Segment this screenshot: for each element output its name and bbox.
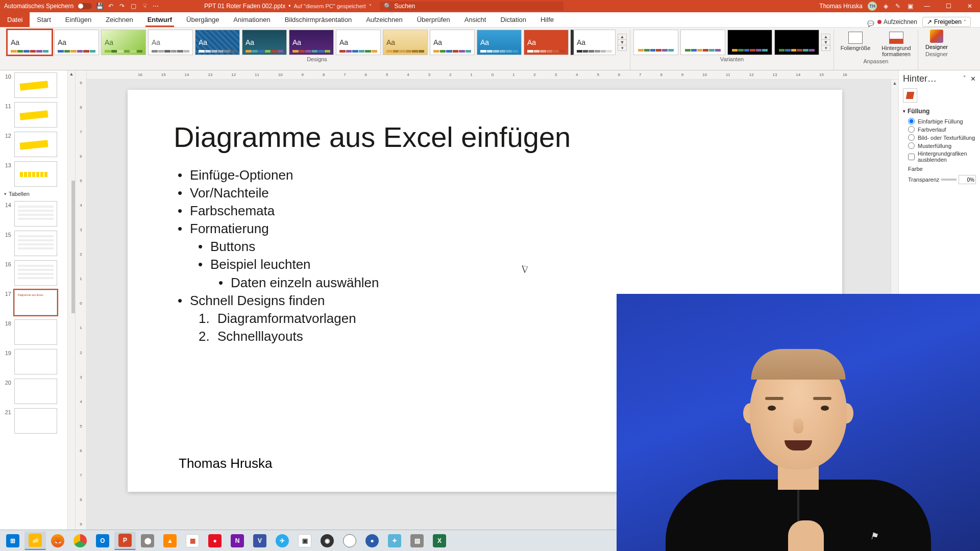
app-button[interactable]: ▦ xyxy=(182,532,203,550)
app-button[interactable]: ● xyxy=(361,532,383,550)
designer-button[interactable]: Designer xyxy=(921,30,952,50)
slide-thumbnail-20[interactable]: 20 xyxy=(0,377,67,406)
firefox-button[interactable]: 🦊 xyxy=(47,532,68,550)
from-beginning-icon[interactable]: ▢ xyxy=(130,3,137,10)
slide-thumbnail-13[interactable]: 13 xyxy=(0,159,67,189)
slide-thumbnail-11[interactable]: 11 xyxy=(0,100,67,130)
theme-thumb[interactable]: Aa xyxy=(7,30,52,55)
tab-ansicht[interactable]: Ansicht xyxy=(457,12,494,27)
radio-pattern[interactable] xyxy=(908,142,915,149)
radio-solid[interactable] xyxy=(908,118,915,124)
checkbox-hide-bg[interactable] xyxy=(908,154,915,160)
visio-button[interactable]: V xyxy=(249,532,271,550)
scrollbar-thumb[interactable] xyxy=(71,181,76,313)
telegram-button[interactable]: ✈ xyxy=(272,532,293,550)
tab-hilfe[interactable]: Hilfe xyxy=(533,12,561,27)
theme-thumb[interactable]: Aa xyxy=(477,30,522,55)
hide-bg-graphics-option[interactable]: Hintergrundgrafiken ausblenden xyxy=(908,151,976,163)
outlook-button[interactable]: O xyxy=(92,532,113,550)
slide-panel-scrollbar[interactable]: ▲ ▼ xyxy=(67,70,75,537)
save-icon[interactable]: 💾 xyxy=(96,3,103,10)
slide-title[interactable]: Diagramme aus Excel einfügen xyxy=(174,120,571,154)
tab-animationen[interactable]: Animationen xyxy=(226,12,277,27)
redo-icon[interactable]: ↷ xyxy=(118,3,126,10)
powerpoint-button[interactable]: P xyxy=(114,532,136,550)
theme-thumb[interactable]: Aa xyxy=(571,30,616,55)
diamond-icon[interactable]: ◈ xyxy=(882,3,889,10)
touch-mode-icon[interactable]: ☟ xyxy=(141,3,148,10)
slide-size-button[interactable]: Foliengröße xyxy=(837,32,874,51)
transparency-slider[interactable] xyxy=(941,179,957,181)
obs-button[interactable]: ◉ xyxy=(316,532,338,550)
numbered-item[interactable]: Diagramformatvorlagen xyxy=(213,310,379,328)
radio-picture[interactable] xyxy=(908,134,915,141)
tab-entwurf[interactable]: Entwurf xyxy=(140,12,179,27)
share-button[interactable]: ↗Freigeben˅ xyxy=(922,17,971,27)
tab-bildschirmpräsentation[interactable]: Bildschirmpräsentation xyxy=(278,12,359,27)
variant-thumb[interactable] xyxy=(774,30,819,55)
tab-aufzeichnen[interactable]: Aufzeichnen xyxy=(359,12,410,27)
pen-icon[interactable]: ✎ xyxy=(894,3,901,10)
bullet-item[interactable]: Formatierung xyxy=(174,220,379,238)
bullet-item[interactable]: Buttons xyxy=(174,238,379,256)
search-box[interactable]: 🔍 Suchen xyxy=(380,2,564,11)
variant-thumb[interactable] xyxy=(680,30,725,55)
bullet-item[interactable]: Schnell Designs finden xyxy=(174,292,379,310)
theme-thumb[interactable]: Aa xyxy=(54,30,99,55)
gallery-up-icon[interactable]: ▲ xyxy=(618,34,626,40)
variant-thumb[interactable] xyxy=(727,30,772,55)
app-button[interactable]: ● xyxy=(204,532,226,550)
theme-thumb[interactable]: Aa xyxy=(383,30,428,55)
start-button[interactable]: ⊞ xyxy=(2,532,23,550)
user-avatar[interactable]: TH xyxy=(868,2,877,11)
tab-dictation[interactable]: Dictation xyxy=(493,12,533,27)
gradient-fill-option[interactable]: Farbverlauf xyxy=(908,126,976,133)
chrome-button[interactable] xyxy=(69,532,91,550)
fill-section-header[interactable]: Füllung xyxy=(903,108,976,115)
slide-body[interactable]: Einfüge-Optionen Vor/Nachteile Farbschem… xyxy=(174,166,379,345)
gallery-down-icon[interactable]: ▼ xyxy=(618,40,626,45)
bullet-item[interactable]: Einfüge-Optionen xyxy=(174,166,379,184)
theme-thumb[interactable]: Aa xyxy=(101,30,146,55)
tab-übergänge[interactable]: Übergänge xyxy=(179,12,226,27)
format-background-button[interactable]: Hintergrund formatieren xyxy=(878,32,915,57)
pane-options-icon[interactable]: ˅ xyxy=(963,75,966,83)
slide-thumbnail-14[interactable]: 14 xyxy=(0,199,67,229)
pane-close-icon[interactable]: ✕ xyxy=(970,75,976,83)
tab-zeichnen[interactable]: Zeichnen xyxy=(99,12,140,27)
slide-thumbnail-15[interactable]: 15 xyxy=(0,229,67,258)
file-explorer-button[interactable]: 📁 xyxy=(24,532,46,550)
radio-gradient[interactable] xyxy=(908,126,915,133)
gallery-down-icon[interactable]: ▼ xyxy=(822,40,830,45)
theme-thumb[interactable]: Aa xyxy=(336,30,381,55)
record-button[interactable]: Aufzeichnen xyxy=(877,18,917,26)
slide-thumbnail-21[interactable]: 21 xyxy=(0,406,67,436)
document-title[interactable]: PPT 01 Roter Faden 002.pptx • Auf "diese… xyxy=(204,3,372,10)
scroll-up-icon[interactable]: ▲ xyxy=(68,70,75,78)
close-button[interactable]: ✕ xyxy=(962,0,978,12)
app-button[interactable]: ▣ xyxy=(294,532,315,550)
qat-more-icon[interactable]: ⋯ xyxy=(152,3,159,10)
user-name[interactable]: Thomas Hruska xyxy=(819,3,863,10)
numbered-item[interactable]: Schnelllayouts xyxy=(213,328,379,345)
theme-thumb[interactable]: Aa xyxy=(430,30,475,55)
slide-thumbnail-18[interactable]: 18 xyxy=(0,317,67,347)
scroll-up-icon[interactable]: ▲ xyxy=(891,80,898,87)
comments-icon[interactable]: 💬 xyxy=(864,20,877,27)
bullet-item[interactable]: Vor/Nachteile xyxy=(174,184,379,202)
gallery-more-icon[interactable]: ▾ xyxy=(822,45,830,51)
app-button[interactable]: ⬤ xyxy=(137,532,158,550)
theme-thumb[interactable]: Aa xyxy=(524,30,569,55)
tab-datei[interactable]: Datei xyxy=(0,12,30,27)
maximize-button[interactable]: ☐ xyxy=(940,0,957,12)
slide-thumbnail-19[interactable]: 19 xyxy=(0,347,67,377)
app-button[interactable]: ▤ xyxy=(406,532,428,550)
minimize-button[interactable]: — xyxy=(919,0,935,12)
chevron-down-icon[interactable]: ˅ xyxy=(369,4,372,9)
excel-button[interactable]: X xyxy=(429,532,450,550)
bullet-item[interactable]: Daten einzeln auswählen xyxy=(174,274,379,292)
pattern-fill-option[interactable]: Musterfüllung xyxy=(908,142,976,149)
bullet-item[interactable]: Beispiel leuchten xyxy=(174,256,379,273)
app-button[interactable]: ✦ xyxy=(384,532,405,550)
slide-thumbnail-12[interactable]: 12 xyxy=(0,130,67,159)
